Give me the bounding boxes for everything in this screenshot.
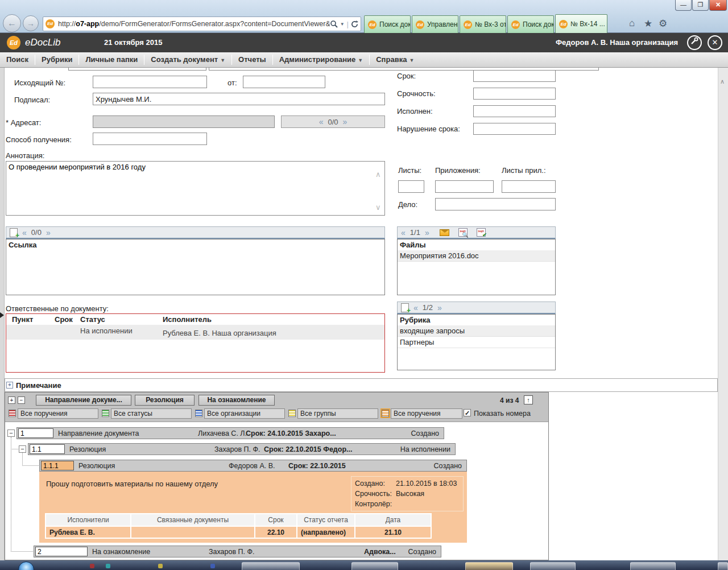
tree-row-1-1[interactable]: Резолюция Захаров П. Ф. Срок: 22.10.2015… xyxy=(28,443,456,455)
address-dropdown-icon[interactable]: ▼ xyxy=(340,22,345,27)
page-scrollbar[interactable]: ∧ xyxy=(718,68,728,560)
receive-method-input[interactable] xyxy=(93,133,207,145)
signature-view-icon[interactable]: эцп🔍 xyxy=(458,228,468,237)
send-mail-icon[interactable] xyxy=(440,229,449,236)
show-numbers-checkbox[interactable]: ✓ xyxy=(464,409,471,416)
search-icon[interactable] xyxy=(330,20,338,28)
expand-note-icon[interactable]: + xyxy=(6,382,13,389)
term-input[interactable] xyxy=(473,70,556,82)
menu-item-help[interactable]: Справка▼ xyxy=(370,52,420,68)
file-list-item[interactable]: Мероприятия 2016.doc xyxy=(398,250,555,262)
direction-document-button[interactable]: Направление докуме... xyxy=(36,395,131,406)
files-toolbar: « 1/1 » эцп🔍 эцп✔ xyxy=(397,226,556,239)
logout-close-icon[interactable]: ✕ xyxy=(708,35,722,50)
scroll-down-icon[interactable]: ∨ xyxy=(375,203,381,212)
rubric-list-item[interactable]: Партнеры xyxy=(398,337,555,348)
splitter-handle-icon[interactable] xyxy=(0,312,4,318)
expand-all-icon[interactable]: + xyxy=(8,396,15,404)
tree-row-1-1-1[interactable]: Резолюция Федоров А. В. Срок: 22.10.2015… xyxy=(39,460,467,472)
taskbar-window-button[interactable] xyxy=(718,562,728,570)
taskbar-window-button[interactable] xyxy=(630,562,676,570)
start-button[interactable] xyxy=(18,561,34,570)
tree-collapse-icon[interactable]: − xyxy=(7,429,15,437)
clipped-input[interactable] xyxy=(68,68,206,71)
taskbar-window-button[interactable] xyxy=(530,562,576,570)
pinned-app-icon[interactable] xyxy=(90,564,94,568)
pager-next-icon[interactable]: » xyxy=(46,229,51,237)
window-minimize-button[interactable]: — xyxy=(675,0,692,11)
tree-row-number-input[interactable] xyxy=(35,547,88,556)
browser-forward-button[interactable]: → xyxy=(23,15,39,31)
window-close-button[interactable]: ✕ xyxy=(709,0,727,11)
signature-verify-icon[interactable]: эцп✔ xyxy=(477,228,486,237)
window-maximize-button[interactable]: ❐ xyxy=(692,0,709,11)
responsible-row[interactable]: На исполнении Рублева Е. В. Наша организ… xyxy=(6,325,384,340)
annotation-textarea[interactable]: О проведении мероприятий в 2016 году xyxy=(6,161,385,216)
executed-input[interactable] xyxy=(473,105,556,117)
pager-next-icon[interactable]: » xyxy=(437,304,442,312)
tools-wrench-icon[interactable] xyxy=(687,35,702,50)
pinned-app-icon[interactable] xyxy=(158,564,163,568)
home-icon[interactable]: ⌂ xyxy=(629,18,635,29)
tree-row-number-input[interactable] xyxy=(41,461,74,470)
scrollbar-up-icon[interactable]: ∧ xyxy=(720,78,725,85)
pager-prev-icon[interactable]: « xyxy=(413,304,418,312)
filter-assignments[interactable]: Все поручения xyxy=(18,408,98,419)
tree-row-1[interactable]: Направление документа Лихачева С. Л. Сро… xyxy=(16,427,444,439)
pager-next-icon[interactable]: » xyxy=(425,229,429,237)
pinned-app-icon[interactable] xyxy=(106,564,110,568)
tree-row-number-input[interactable] xyxy=(30,444,65,454)
menu-item-create-document[interactable]: Создать документ▼ xyxy=(144,52,231,68)
pager-next-icon[interactable]: » xyxy=(343,118,348,126)
add-link-icon[interactable] xyxy=(10,228,18,237)
case-input[interactable] xyxy=(435,198,556,210)
tree-row-2[interactable]: На ознакомление Захаров П. Ф. Адвока... … xyxy=(34,546,441,557)
filter-groups[interactable]: Все группы xyxy=(297,408,378,419)
scroll-top-button[interactable]: ↑ xyxy=(524,395,533,404)
refresh-icon[interactable] xyxy=(351,20,358,28)
taskbar-window-button[interactable] xyxy=(465,562,513,570)
attachment-sheets-input[interactable] xyxy=(502,180,556,193)
browser-tab-3[interactable]: Ed№ Вх-3 от 0... xyxy=(460,15,506,33)
scroll-up-icon[interactable]: ∧ xyxy=(375,170,381,179)
tree-row-number-input[interactable] xyxy=(18,428,53,438)
urgency-input[interactable] xyxy=(473,88,556,100)
menu-item-reports[interactable]: Отчеты xyxy=(232,52,272,68)
address-bar[interactable]: Ed http://o7-app/demo/FormGenerator/Form… xyxy=(43,16,361,31)
menu-item-personal-folders[interactable]: Личные папки xyxy=(79,52,144,68)
addressee-pager[interactable]: « 0/0 » xyxy=(281,115,385,128)
outgoing-date-input[interactable] xyxy=(243,76,325,88)
menu-item-rubrics[interactable]: Рубрики xyxy=(35,52,78,68)
attachments-input[interactable] xyxy=(435,180,494,193)
filter-statuses[interactable]: Все статусы xyxy=(111,408,192,419)
menu-item-administration[interactable]: Администрирование▼ xyxy=(273,52,370,68)
browser-tab-4[interactable]: EdПоиск доку... xyxy=(507,15,554,33)
filter-organizations[interactable]: Все организации xyxy=(204,408,285,419)
filter-assignments-2[interactable]: Все поручения xyxy=(391,408,462,419)
browser-tab-5-active[interactable]: Ed№ Вх-14 ...✕ xyxy=(555,14,607,33)
pinned-app-icon[interactable] xyxy=(210,564,215,568)
resolution-button[interactable]: Резолюция xyxy=(135,395,195,406)
tree-collapse-icon[interactable]: − xyxy=(19,445,26,453)
term-violation-input[interactable] xyxy=(473,123,556,135)
pager-prev-icon[interactable]: « xyxy=(22,229,27,237)
favorites-star-icon[interactable]: ★ xyxy=(644,18,652,30)
outgoing-number-input[interactable] xyxy=(93,76,207,88)
browser-back-button[interactable]: ← xyxy=(3,14,21,32)
settings-gear-icon[interactable]: ⚙ xyxy=(659,18,667,30)
acquaintance-button[interactable]: На ознакомление xyxy=(198,395,275,406)
add-rubric-icon[interactable] xyxy=(401,303,409,312)
signed-by-input[interactable] xyxy=(93,93,385,105)
browser-tab-1[interactable]: EdПоиск доку... xyxy=(364,15,411,33)
sheets-input[interactable] xyxy=(398,180,424,193)
rubric-list-item[interactable]: входящие запросы xyxy=(398,325,555,337)
taskbar-window-button[interactable] xyxy=(242,562,300,570)
browser-tab-2[interactable]: EdУправление... xyxy=(412,15,458,33)
filter-color-icon xyxy=(102,410,109,417)
executors-data-row[interactable]: Рублева Е. В. 22.10 (направлено) 21.10 xyxy=(46,527,431,538)
pager-prev-icon[interactable]: « xyxy=(319,118,324,126)
menu-item-search[interactable]: Поиск xyxy=(0,52,35,68)
pager-prev-icon[interactable]: « xyxy=(401,229,406,237)
taskbar-window-button[interactable] xyxy=(351,562,398,570)
collapse-all-icon[interactable]: − xyxy=(18,396,25,404)
